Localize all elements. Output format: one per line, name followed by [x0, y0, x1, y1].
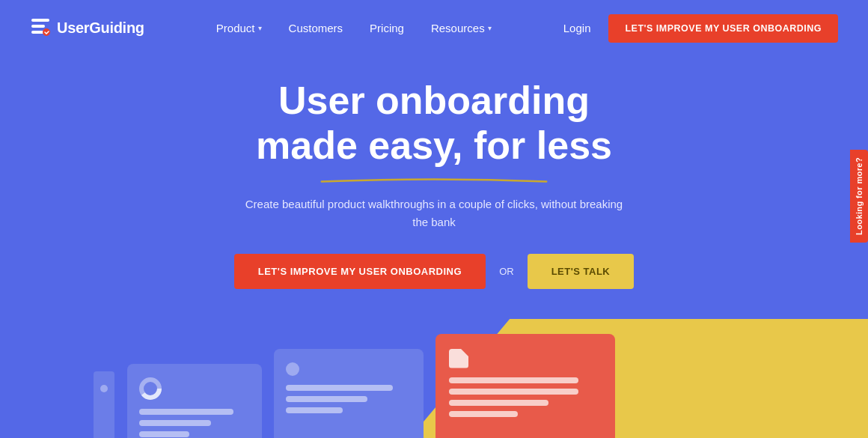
svg-rect-0	[31, 19, 49, 22]
badge-shape-icon	[449, 349, 468, 368]
hero-cta-primary-button[interactable]: LET'S IMPROVE MY USER ONBOARDING	[234, 254, 486, 289]
nav-link-resources[interactable]: Resources ▾	[431, 22, 492, 34]
nav-link-product[interactable]: Product ▾	[216, 22, 262, 34]
chevron-down-icon: ▾	[488, 24, 492, 32]
nav-cta-button[interactable]: LET'S IMPROVE MY USER ONBOARDING	[608, 14, 838, 43]
mock-card-3	[435, 334, 615, 438]
card-line	[449, 377, 578, 383]
logo-text: UserGuiding	[57, 19, 144, 37]
side-tab[interactable]: Looking for more?	[850, 150, 868, 243]
card-badge	[449, 349, 602, 368]
logo-icon	[30, 16, 51, 40]
login-link[interactable]: Login	[563, 22, 591, 34]
mock-card-1	[127, 364, 262, 438]
card-line	[139, 409, 233, 415]
nav-item-customers[interactable]: Customers	[289, 22, 343, 34]
card-line	[449, 411, 518, 417]
hero-buttons: LET'S IMPROVE MY USER ONBOARDING OR LET'…	[30, 254, 838, 289]
card-pie-icon	[139, 377, 162, 400]
card-line	[139, 431, 189, 437]
nav-right: Login LET'S IMPROVE MY USER ONBOARDING	[563, 14, 838, 43]
illustration-area	[0, 319, 868, 438]
nav-item-product[interactable]: Product ▾	[216, 22, 262, 34]
nav-link-pricing[interactable]: Pricing	[370, 22, 404, 34]
hero-section: User onboarding made easy, for less Crea…	[0, 56, 868, 289]
side-tab-label[interactable]: Looking for more?	[850, 150, 868, 243]
hero-headline: User onboarding made easy, for less	[30, 79, 838, 168]
card-line	[286, 407, 343, 413]
nav-item-resources[interactable]: Resources ▾	[431, 22, 492, 34]
card-line	[449, 400, 548, 406]
card-line	[286, 396, 367, 402]
nav-item-pricing[interactable]: Pricing	[370, 22, 404, 34]
nav-link-customers[interactable]: Customers	[289, 22, 343, 34]
cards-row	[127, 334, 741, 438]
card-line	[286, 385, 393, 391]
card-line	[449, 389, 578, 395]
svg-point-3	[43, 28, 50, 36]
navbar: UserGuiding Product ▾ Customers Pricing …	[0, 0, 868, 56]
hero-cta-secondary-button[interactable]: LET'S TALK	[528, 254, 635, 289]
hero-subtitle: Create beautiful product walkthroughs in…	[239, 195, 629, 231]
logo[interactable]: UserGuiding	[30, 16, 144, 40]
nav-links: Product ▾ Customers Pricing Resources ▾	[216, 22, 492, 34]
or-separator: OR	[499, 266, 514, 277]
svg-rect-1	[31, 25, 45, 28]
chevron-down-icon: ▾	[258, 24, 262, 32]
card-circle-icon	[286, 362, 299, 376]
headline-underline	[314, 173, 554, 180]
card-line	[139, 420, 211, 426]
sidebar-decoration	[94, 371, 114, 438]
mock-card-2	[274, 349, 424, 438]
